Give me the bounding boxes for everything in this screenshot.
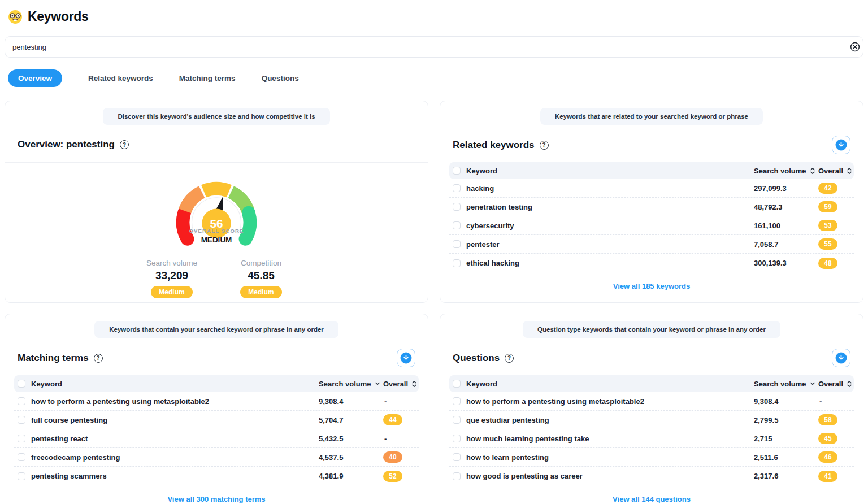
search-volume-cell: 2,511.6 — [754, 453, 818, 462]
overall-cell: 48 — [818, 258, 850, 269]
overall-cell: 41 — [818, 471, 850, 482]
column-search-volume[interactable]: Search volume — [319, 380, 380, 388]
row-checkbox[interactable] — [453, 416, 461, 424]
view-all-keywords-link[interactable]: View all 185 keywords — [440, 282, 863, 290]
table-row: pentesting react5,432.5- — [14, 429, 419, 448]
table-row: how good is pentesting as career2,317.64… — [449, 467, 854, 485]
overall-cell: - — [818, 397, 850, 406]
tab-matching-terms[interactable]: Matching terms — [179, 69, 236, 87]
row-checkbox[interactable] — [18, 397, 25, 405]
column-overall[interactable]: Overall — [818, 167, 852, 175]
related-keywords-table: hacking297,099.342penetration testing48,… — [440, 179, 863, 272]
search-volume-cell: 2,799.5 — [754, 416, 818, 424]
sort-desc-icon — [810, 381, 815, 386]
tab-overview[interactable]: Overview — [8, 69, 62, 87]
help-icon[interactable]: ? — [540, 141, 549, 150]
competition-stat: Competition 45.85 Medium — [224, 259, 298, 298]
keyword-cell: hacking — [466, 184, 754, 193]
divider — [5, 162, 428, 163]
view-all-matching-link[interactable]: View all 300 matching terms — [5, 495, 428, 503]
search-volume-cell: 297,099.3 — [754, 184, 818, 193]
table-row: how to perform a pentesting using metasp… — [449, 392, 854, 411]
row-checkbox[interactable] — [453, 453, 461, 461]
select-all-checkbox[interactable] — [453, 167, 461, 175]
column-search-volume[interactable]: Search volume — [754, 167, 815, 175]
column-overall[interactable]: Overall — [818, 380, 852, 388]
gauge-segment-green — [245, 213, 250, 239]
search-volume-cell: 5,432.5 — [319, 435, 383, 443]
stat-value: 33,209 — [135, 270, 209, 282]
sort-updown-icon — [847, 380, 852, 388]
overview-description: Discover this keyword's audience size an… — [103, 108, 329, 125]
row-checkbox[interactable] — [18, 416, 25, 424]
overall-badge: 41 — [818, 471, 837, 482]
matching-title: Matching terms — [18, 353, 89, 364]
download-icon — [835, 352, 847, 364]
overall-badge: 40 — [383, 451, 402, 463]
row-checkbox[interactable] — [453, 221, 461, 229]
column-overall[interactable]: Overall — [383, 380, 417, 388]
overall-badge: 44 — [383, 414, 402, 425]
questions-description: Question type keywords that contain your… — [523, 321, 780, 338]
help-icon[interactable]: ? — [120, 140, 129, 149]
keyword-cell: que estudiar pentesting — [466, 416, 754, 424]
search-volume-cell: 161,100 — [754, 221, 818, 230]
overall-badge: 53 — [818, 220, 837, 231]
overall-cell: 53 — [818, 220, 850, 231]
tabs: OverviewRelated keywordsMatching termsQu… — [8, 69, 860, 87]
select-all-checkbox[interactable] — [18, 380, 25, 388]
overview-panel: Discover this keyword's audience size an… — [5, 101, 428, 303]
download-button[interactable] — [397, 349, 415, 367]
table-row: cybersecurity161,10053 — [449, 216, 854, 235]
row-checkbox[interactable] — [453, 184, 461, 192]
sort-updown-icon — [810, 167, 815, 175]
no-score-dash: - — [818, 397, 822, 406]
nerd-face-emoji-icon — [8, 10, 23, 24]
row-checkbox[interactable] — [453, 397, 461, 405]
overall-badge: 46 — [818, 451, 837, 463]
table-row: full course pentesting5,704.744 — [14, 411, 419, 429]
view-all-questions-link[interactable]: View all 144 questions — [440, 495, 863, 503]
column-search-volume[interactable]: Search volume — [754, 380, 815, 388]
column-keyword: Keyword — [466, 167, 754, 175]
overall-badge: 59 — [818, 201, 837, 212]
row-checkbox[interactable] — [18, 453, 25, 461]
stat-label: Search volume — [135, 259, 209, 267]
page-title: Keywords — [28, 9, 89, 24]
keyword-cell: how to perform a pentesting using metasp… — [466, 397, 754, 406]
keyword-cell: pentesting react — [31, 435, 319, 443]
table-header: Keyword Search volume Overall — [449, 162, 854, 179]
tab-related-keywords[interactable]: Related keywords — [88, 69, 153, 87]
row-checkbox[interactable] — [18, 435, 25, 442]
overall-cell: 42 — [818, 183, 850, 194]
download-button[interactable] — [832, 136, 850, 154]
keyword-cell: ethical hacking — [466, 259, 754, 267]
table-row: pentesting scammers4,381.952 — [14, 467, 419, 485]
clear-search-button[interactable] — [849, 41, 861, 53]
row-checkbox[interactable] — [453, 435, 461, 442]
overall-cell: 58 — [818, 414, 850, 425]
select-all-checkbox[interactable] — [453, 380, 461, 388]
row-checkbox[interactable] — [453, 240, 461, 248]
table-row: how much learning pentesting take2,71545 — [449, 429, 854, 448]
overall-cell: 40 — [383, 451, 415, 463]
overall-cell: - — [383, 397, 415, 406]
row-checkbox[interactable] — [18, 472, 25, 480]
overall-cell: 55 — [818, 238, 850, 250]
search-volume-cell: 4,381.9 — [319, 472, 383, 480]
help-icon[interactable]: ? — [505, 354, 514, 363]
gauge-score-label: OVERALL SCORE — [189, 228, 244, 234]
search-input[interactable] — [5, 36, 863, 58]
row-checkbox[interactable] — [453, 203, 461, 211]
related-description: Keywords that are related to your search… — [540, 108, 763, 125]
search-volume-cell: 9,308.4 — [319, 397, 383, 406]
row-checkbox[interactable] — [453, 259, 461, 267]
row-checkbox[interactable] — [453, 472, 461, 480]
keyword-cell: how much learning pentesting take — [466, 435, 754, 443]
help-icon[interactable]: ? — [94, 354, 103, 363]
table-row: how to perform a pentesting using metasp… — [14, 392, 419, 411]
download-button[interactable] — [832, 349, 850, 367]
table-row: pentester7,058.755 — [449, 235, 854, 254]
search-volume-cell: 48,792.3 — [754, 203, 818, 211]
tab-questions[interactable]: Questions — [262, 69, 299, 87]
